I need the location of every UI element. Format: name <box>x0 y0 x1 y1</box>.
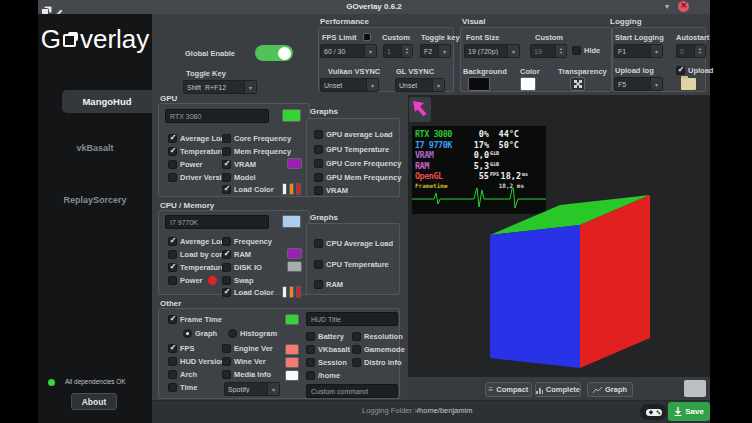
cpu-option-average-load[interactable]: Average Load <box>168 236 229 247</box>
graph-option-gpu-core-frequency[interactable]: GPU Core Frequency <box>314 158 401 169</box>
background-label: Background <box>463 67 507 76</box>
cpu-option-swap[interactable]: Swap <box>222 275 254 286</box>
graph-view-button[interactable]: Graph <box>587 382 633 397</box>
other-option-frame-time[interactable]: Frame Time <box>168 314 222 325</box>
graph-option-gpu-average-load[interactable]: GPU average Load <box>314 129 393 140</box>
other-option-home[interactable]: /home <box>306 370 340 381</box>
other-option-wine-ver[interactable]: Wine Ver <box>222 356 266 367</box>
other-option-time[interactable]: Time <box>168 382 197 393</box>
cpu-option-load-color[interactable]: Load Color <box>222 287 274 298</box>
gl-vsync-select[interactable]: Unset▾ <box>395 78 445 92</box>
other-option-gamemode[interactable]: Gamemode <box>352 344 405 355</box>
other-option-hud-version[interactable]: HUD Version <box>168 356 225 367</box>
font-custom-spinner[interactable]: 19▲▼ <box>530 44 567 58</box>
gpu-option-mem-frequency[interactable]: Mem Frequency <box>222 146 291 157</box>
graph-option-gpu-mem-frequency[interactable]: GPU Mem Frequency <box>314 172 401 183</box>
visual-section-title: Visual <box>462 17 485 26</box>
hide-checkbox <box>572 46 581 55</box>
move-hud-button[interactable] <box>409 97 431 122</box>
graph-option-cpu-temperature[interactable]: CPU Temperature <box>314 259 389 270</box>
hud-title-input[interactable]: HUD Title <box>306 312 398 326</box>
custom-command-input[interactable]: Custom command <box>306 384 398 398</box>
sidebar-tab-mangohud[interactable]: MangoHud <box>62 90 152 113</box>
close-button[interactable]: ✕ <box>678 1 689 12</box>
cpu-option-load-by-core[interactable]: Load by core <box>168 249 227 260</box>
transparency-button[interactable] <box>570 77 585 91</box>
fps-limit-swatch[interactable] <box>363 33 371 41</box>
cpu-load-color-swatches[interactable] <box>282 286 301 298</box>
other-option-engine-ver[interactable]: Engine Ver <box>222 343 273 354</box>
sidebar-tab-vkbasalt[interactable]: vkBasalt <box>38 143 152 153</box>
autostart-label: Autostart <box>676 33 709 42</box>
ram-color-swatch[interactable] <box>287 248 302 259</box>
other-section-title: Other <box>160 299 181 308</box>
graph-option-gpu-temperature[interactable]: GPU Temperature <box>314 144 389 155</box>
autostart-spinner[interactable]: 0▲▼ <box>676 44 706 58</box>
gpu-load-color-swatches[interactable] <box>282 183 301 195</box>
chevron-down-icon: ▾ <box>364 45 376 57</box>
graph-option-ram[interactable]: RAM <box>314 279 343 290</box>
upload-log-label: Upload log <box>615 66 654 75</box>
background-color-swatch[interactable] <box>468 77 490 91</box>
sidebar-tab-replaysorcery[interactable]: ReplaySorcery <box>38 195 152 205</box>
compact-view-button[interactable]: ≡ Compact <box>485 382 532 397</box>
other-option-arch[interactable]: Arch <box>168 369 197 380</box>
gpu-option-vram[interactable]: VRAM <box>222 159 256 170</box>
perf-toggle-key-select[interactable]: F2▾ <box>420 44 451 58</box>
other-option-vkbasalt[interactable]: VKbasalt <box>306 344 350 355</box>
graph-option-cpu-average-load[interactable]: CPU Average Load <box>314 238 393 249</box>
cpu-option-ram[interactable]: RAM <box>222 249 251 260</box>
hide-option[interactable]: Hide <box>572 45 600 56</box>
cpu-name-input[interactable]: I7 9770K <box>165 215 269 229</box>
gpu-option-model[interactable]: Model <box>222 172 256 183</box>
engine-ver-color-swatch[interactable] <box>285 344 299 355</box>
gpu-option-core-frequency[interactable]: Core Frequency <box>222 133 291 144</box>
frame-time-color-swatch[interactable] <box>285 314 299 325</box>
gpu-option-load-color[interactable]: Load Color <box>222 184 274 195</box>
complete-view-button[interactable]: Complete <box>535 382 581 397</box>
media-player-select[interactable]: Spotify▾ <box>224 382 280 396</box>
other-option-resolution[interactable]: Resolution <box>352 331 403 342</box>
gpu-color-swatch[interactable] <box>282 109 301 122</box>
other-option-session[interactable]: Session <box>306 357 347 368</box>
graph-option-vram[interactable]: VRAM <box>314 185 348 196</box>
gamepad-button[interactable] <box>640 404 667 420</box>
text-color-swatch[interactable] <box>520 77 536 91</box>
cpu-option-frequency[interactable]: Frequency <box>222 236 272 247</box>
upload-option[interactable]: Upload <box>676 65 713 76</box>
upload-log-select[interactable]: F5▾ <box>614 77 663 91</box>
logging-folder-path[interactable]: /home/benjamim <box>417 406 472 415</box>
fps-custom-spinner[interactable]: 1▲▼ <box>383 44 413 58</box>
fps-limit-select[interactable]: 60 / 30▾ <box>320 44 377 58</box>
frame-time-graph-radio[interactable]: Graph <box>183 328 217 339</box>
upload-folder-icon[interactable] <box>681 78 696 90</box>
fps-custom-label: Custom <box>382 33 410 42</box>
font-size-select[interactable]: 19 (720p)▾ <box>464 44 520 58</box>
wine-ver-color-swatch[interactable] <box>285 357 299 368</box>
media-info-color-swatch[interactable] <box>285 370 299 381</box>
scrollbar-thumb[interactable] <box>684 380 706 397</box>
chevron-down-icon[interactable]: ▾ <box>660 0 674 14</box>
gpu-option-temperature[interactable]: Temperature <box>168 146 225 157</box>
cpu-option-temperature[interactable]: Temperature <box>168 262 225 273</box>
about-button[interactable]: About <box>71 393 117 410</box>
start-logging-select[interactable]: F1▾ <box>614 44 663 58</box>
other-option-media-info[interactable]: Media Info <box>222 369 271 380</box>
other-option-fps[interactable]: FPS <box>168 343 195 354</box>
chevron-down-icon: ▾ <box>366 79 378 91</box>
save-button[interactable]: Save <box>668 402 710 421</box>
toggle-key-select[interactable]: Shift_R+F12▾ <box>183 80 257 94</box>
gpu-option-power[interactable]: Power <box>168 159 203 170</box>
gpu-option-average-load[interactable]: Average Load <box>168 133 229 144</box>
gpu-name-input[interactable]: RTX 3080 <box>165 109 269 123</box>
vulkan-vsync-select[interactable]: Unset▾ <box>320 78 379 92</box>
other-option-distro-info[interactable]: Distro info <box>352 357 402 368</box>
frame-time-histogram-radio[interactable]: Histogram <box>228 328 277 339</box>
global-enable-toggle[interactable] <box>255 45 293 61</box>
other-option-battery[interactable]: Battery <box>306 331 344 342</box>
cpu-option-power[interactable]: Power <box>168 275 217 286</box>
cpu-option-disk-io[interactable]: DISK IO <box>222 262 262 273</box>
disk-io-color-swatch[interactable] <box>287 261 302 272</box>
vram-color-swatch[interactable] <box>287 158 302 169</box>
cpu-color-swatch[interactable] <box>282 215 301 228</box>
